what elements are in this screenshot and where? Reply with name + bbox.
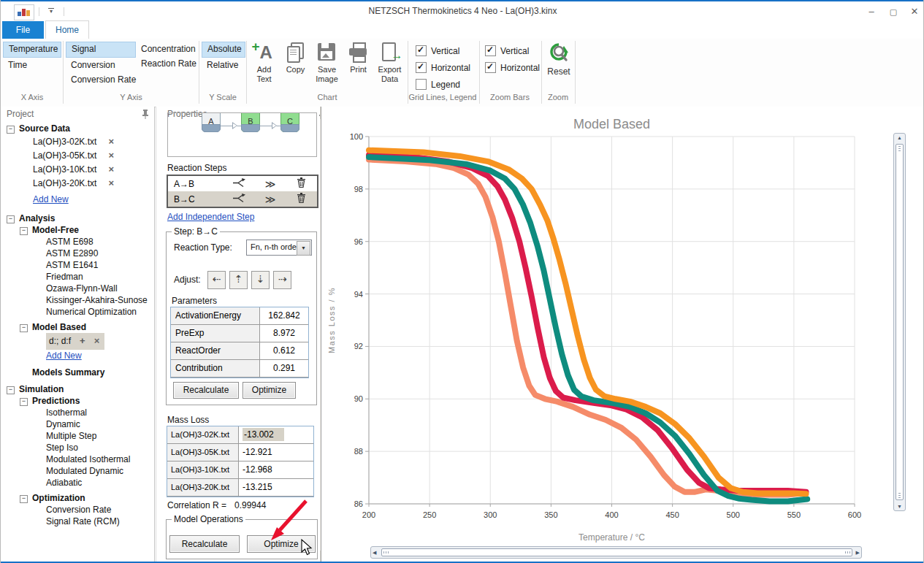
add-text-button[interactable]: +A Add Text [249, 42, 279, 84]
fast-forward-icon[interactable]: ≫ [255, 194, 286, 205]
collapse-toggle-icon[interactable]: − [20, 398, 28, 406]
save-image-button[interactable]: Save Image [312, 42, 342, 84]
maximize-button[interactable]: ▢ [883, 3, 904, 20]
close-button[interactable]: ✕ [904, 3, 924, 20]
adjust-left-button[interactable]: ⇠ [207, 271, 226, 289]
trash-icon[interactable] [286, 193, 317, 205]
quick-access-dropdown-icon[interactable]: ▾ [45, 6, 58, 18]
zoom-left-icon[interactable]: ◀ [373, 547, 376, 558]
collapse-toggle-icon[interactable]: − [7, 386, 15, 394]
collapse-toggle-icon[interactable]: − [20, 495, 28, 503]
parameter-row[interactable]: Contribution 0.291 [171, 360, 308, 378]
tree-item[interactable]: −Kissinger-Akahira-Sunose+× [1, 294, 153, 306]
tree-item[interactable]: −Analysis+× [1, 212, 153, 224]
tree-item[interactable]: −Simulation+× [1, 383, 153, 395]
tree-item[interactable]: −ASTM E2890+× [1, 248, 153, 259]
model-recalculate-button[interactable]: Recalculate [169, 535, 240, 553]
adjust-up-button[interactable]: ⇡ [229, 271, 248, 289]
y-scale-option[interactable]: Absolute [202, 42, 245, 58]
y-axis-option[interactable]: Conversion [66, 58, 136, 72]
resize-grip[interactable] [845, 551, 850, 554]
tree-item[interactable]: −Source Data+× [1, 123, 153, 134]
mass-loss-value[interactable]: -12.968 [239, 461, 313, 478]
reset-zoom-button[interactable]: Reset [546, 42, 572, 77]
delete-icon[interactable]: × [108, 136, 114, 147]
mass-loss-value[interactable]: -12.921 [239, 444, 313, 461]
tree-item[interactable]: −La(OH)3-02K.txt+× [1, 134, 153, 148]
tree-item[interactable]: −Signal Rate (RCM)+× [1, 516, 153, 527]
adjust-right-button[interactable]: ⇢ [273, 271, 291, 289]
parameter-row[interactable]: PreExp 8.972 [171, 325, 308, 342]
resize-grip[interactable] [383, 551, 389, 554]
zoom-up-icon[interactable]: ▲ [894, 135, 905, 140]
tree-item[interactable]: −Step Iso+× [1, 442, 153, 453]
trash-icon[interactable] [286, 177, 317, 190]
tree-item[interactable]: −La(OH)3-10K.txt+× [1, 162, 153, 176]
vertical-zoom-thumb[interactable] [896, 144, 904, 500]
tree-item[interactable]: −Isothermal+× [1, 407, 153, 418]
tree-item[interactable]: −La(OH)3-05K.txt+× [1, 148, 153, 162]
collapse-toggle-icon[interactable]: − [20, 324, 28, 332]
dropdown-arrow-icon[interactable]: ▼ [297, 241, 310, 256]
zoom-bar-checkbox[interactable]: Vertical [485, 42, 543, 59]
y-axis-option[interactable]: Reaction Rate [136, 56, 198, 71]
vertical-zoom-bar[interactable]: ▲ ▼ [893, 133, 906, 511]
collapse-toggle-icon[interactable]: − [7, 126, 15, 134]
resize-grip[interactable] [898, 146, 901, 151]
mass-loss-value[interactable]: -13.215 [239, 479, 313, 496]
parameter-value[interactable]: 0.612 [260, 342, 308, 359]
reaction-step-row[interactable]: B→C ≫ [168, 191, 317, 207]
grid-checkbox[interactable]: Vertical [416, 42, 477, 59]
copy-button[interactable]: Copy [280, 42, 310, 74]
tree-item[interactable]: −Ozawa-Flynn-Wall+× [1, 283, 153, 294]
y-axis-option[interactable]: Conversion Rate [66, 72, 136, 87]
mass-loss-value[interactable]: -13.002 [239, 426, 313, 443]
tree-item[interactable]: −Predictions+× [1, 395, 153, 407]
step-recalculate-button[interactable]: Recalculate [173, 382, 239, 399]
mass-loss-row[interactable]: La(OH)3-05K.txt -12.921 [167, 444, 313, 461]
scheme-node[interactable]: B [241, 112, 260, 132]
app-icon[interactable] [14, 4, 34, 20]
tree-item[interactable]: −ASTM E1641+× [1, 259, 153, 271]
horizontal-zoom-thumb[interactable] [381, 548, 852, 556]
export-data-button[interactable]: → Export Data [375, 42, 405, 84]
tree-item[interactable]: −Optimization+× [1, 492, 153, 504]
adjust-down-button[interactable]: ⇣ [251, 271, 270, 289]
collapse-toggle-icon[interactable]: − [7, 215, 15, 223]
y-axis-option[interactable]: Signal [66, 42, 136, 58]
chart[interactable]: 2002503003504004505005506008688909294969… [321, 107, 898, 563]
tree-item[interactable]: −Model Based+× [1, 321, 153, 333]
tree-item[interactable]: −Numerical Optimization+× [1, 306, 153, 318]
resize-grip[interactable] [898, 493, 901, 498]
fast-forward-icon[interactable]: ≫ [255, 178, 286, 190]
print-button[interactable]: Print [343, 42, 373, 74]
add-model-icon[interactable]: + [80, 335, 85, 346]
collapse-toggle-icon[interactable]: − [20, 227, 28, 235]
tree-item[interactable]: −Friedman+× [1, 271, 153, 283]
horizontal-zoom-bar[interactable]: ◀ ▶ [370, 546, 862, 559]
reaction-step-row[interactable]: A→B ≫ [168, 176, 317, 191]
tree-item[interactable]: −d:; d:f+× [1, 333, 153, 347]
scheme-node[interactable]: C [280, 112, 299, 132]
mass-loss-row[interactable]: La(OH)3-02K.txt -13.002 [167, 426, 313, 444]
tab-file[interactable]: File [2, 21, 44, 39]
branch-icon[interactable] [224, 178, 255, 190]
delete-icon[interactable]: × [94, 335, 100, 346]
reaction-type-dropdown[interactable]: Fn, n-th order ▼ [246, 240, 312, 256]
pin-icon[interactable] [142, 109, 149, 119]
zoom-down-icon[interactable]: ▼ [894, 504, 905, 509]
tab-home[interactable]: Home [45, 20, 89, 39]
reaction-scheme[interactable]: ABC [167, 112, 317, 157]
tree-item[interactable]: −Modulated Dynamic+× [1, 465, 153, 477]
scheme-node[interactable]: A [202, 112, 221, 132]
delete-icon[interactable]: × [108, 164, 114, 175]
parameter-value[interactable]: 8.972 [260, 325, 308, 342]
y-axis-option[interactable]: Concentration [136, 42, 198, 56]
tree-item[interactable]: −Dynamic+× [1, 418, 153, 430]
grid-checkbox[interactable]: Horizontal [416, 59, 477, 76]
tree-item[interactable]: −Add New+× [1, 349, 153, 362]
branch-icon[interactable] [224, 194, 255, 205]
x-axis-option[interactable]: Time [3, 58, 61, 72]
tree-item[interactable]: −ASTM E698+× [1, 236, 153, 248]
delete-icon[interactable]: × [108, 177, 114, 188]
